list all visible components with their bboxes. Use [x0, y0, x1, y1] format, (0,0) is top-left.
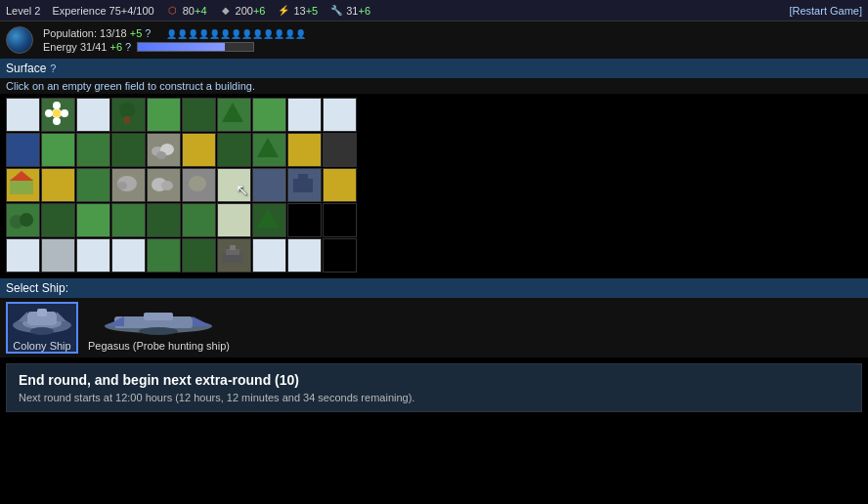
- grid-cell[interactable]: [252, 203, 286, 237]
- svg-point-11: [156, 151, 166, 159]
- svg-point-4: [61, 109, 68, 117]
- grid-cell[interactable]: [182, 133, 216, 167]
- energy-bar: [137, 42, 254, 52]
- grid-cell[interactable]: [76, 168, 110, 202]
- grid-cell[interactable]: [41, 98, 75, 132]
- grid-cell[interactable]: [76, 98, 110, 132]
- svg-rect-21: [298, 174, 308, 182]
- grid-cell[interactable]: [182, 203, 216, 237]
- stat-3: ⚡ 13+5: [277, 4, 318, 18]
- grid-cell[interactable]: [76, 133, 110, 167]
- energy-line: Energy 31/41 +6 ?: [43, 41, 306, 53]
- grid-cell[interactable]: [182, 238, 216, 273]
- svg-point-6: [119, 103, 135, 118]
- population-label: Population: 13/18: [43, 27, 127, 39]
- svg-rect-7: [124, 116, 130, 124]
- energy-bonus: +6: [110, 41, 123, 53]
- svg-marker-12: [257, 138, 279, 157]
- grid-cell[interactable]: [323, 238, 357, 273]
- grid-cell[interactable]: [6, 98, 40, 132]
- mineral-icon: ⬡: [166, 4, 180, 18]
- grid-cell[interactable]: [76, 238, 110, 273]
- grid-cell[interactable]: [111, 133, 146, 167]
- planet-stats: Population: 13/18 +5 ? 👤👤👤👤👤👤👤👤👤👤👤👤👤 Ene…: [43, 27, 306, 53]
- grid-cell[interactable]: [41, 203, 75, 237]
- grid-cell[interactable]: [41, 133, 75, 167]
- grid-cell[interactable]: [217, 168, 251, 202]
- grid-area: [0, 94, 868, 276]
- grid-cell[interactable]: [147, 98, 181, 132]
- grid-cell[interactable]: [287, 238, 322, 273]
- grid-cell[interactable]: [323, 98, 357, 132]
- end-round-subtitle: Next round starts at 12:00 hours (12 hou…: [19, 392, 849, 403]
- grid-cell[interactable]: [287, 168, 322, 202]
- svg-marker-37: [193, 316, 212, 326]
- grid-row-2: [6, 133, 862, 167]
- svg-point-2: [53, 117, 61, 125]
- grid-cell[interactable]: [76, 203, 110, 237]
- experience-value: 75+4/100: [109, 5, 154, 17]
- grid-cell[interactable]: [287, 203, 322, 237]
- pegasus-ship-item[interactable]: Pegasus (Probe hunting ship): [86, 307, 232, 354]
- grid-cell[interactable]: [6, 203, 40, 237]
- planet-icon: [6, 26, 33, 54]
- grid-cell[interactable]: [217, 238, 251, 273]
- stat-2: ◆ 200+6: [219, 4, 266, 18]
- select-ship-bar: Select Ship:: [0, 278, 868, 298]
- grid-cell[interactable]: [111, 168, 146, 202]
- svg-point-3: [45, 109, 53, 117]
- stat-1: ⬡ 80+4: [166, 4, 207, 18]
- grid-cell[interactable]: [252, 168, 286, 202]
- grid-cell[interactable]: [323, 168, 357, 202]
- surface-title: Surface: [6, 62, 46, 75]
- grid-cell[interactable]: [147, 203, 181, 237]
- grid-cell[interactable]: [217, 203, 251, 237]
- grid-cell[interactable]: [147, 133, 181, 167]
- stat-3-value: 13+5: [293, 5, 318, 17]
- grid-cell[interactable]: [6, 168, 40, 202]
- grid-cell[interactable]: [287, 98, 322, 132]
- svg-marker-14: [10, 171, 33, 181]
- grid-cell[interactable]: [6, 238, 40, 273]
- grid-cell[interactable]: [41, 168, 75, 202]
- grid-cell[interactable]: [323, 203, 357, 237]
- grid-cell[interactable]: [252, 98, 286, 132]
- grid-cell[interactable]: [147, 238, 181, 273]
- svg-point-23: [20, 213, 33, 227]
- energy-label: Energy 31/41 +6 ?: [43, 41, 131, 53]
- svg-point-5: [53, 109, 61, 117]
- grid-cell[interactable]: [217, 133, 251, 167]
- stat-2-value: 200+6: [236, 5, 266, 17]
- grid-cell[interactable]: [111, 238, 146, 273]
- grid-cell[interactable]: [252, 238, 286, 273]
- colony-ship-image: [8, 304, 76, 338]
- svg-rect-13: [10, 179, 33, 194]
- end-round-section[interactable]: End round, and begin next extra-round (1…: [6, 363, 862, 412]
- grid-cell[interactable]: [111, 203, 146, 237]
- grid-cell[interactable]: [182, 168, 216, 202]
- population-help[interactable]: ?: [145, 27, 151, 39]
- svg-rect-27: [230, 245, 236, 250]
- colony-ship-item[interactable]: Colony Ship: [6, 302, 78, 354]
- level-label: Level 2: [6, 5, 40, 17]
- svg-point-16: [117, 182, 127, 189]
- grid-cell[interactable]: [323, 133, 357, 167]
- grid-cell[interactable]: [182, 98, 216, 132]
- top-bar: Level 2 Experience 75+4/100 ⬡ 80+4 ◆ 200…: [0, 0, 868, 21]
- grid-cell[interactable]: [41, 238, 75, 273]
- grid-cell[interactable]: [252, 133, 286, 167]
- grid-cell[interactable]: [287, 133, 322, 167]
- grid-cell[interactable]: [111, 98, 146, 132]
- grid-row-5: [6, 238, 862, 273]
- grid-cell[interactable]: [147, 168, 181, 202]
- grid-cell[interactable]: [6, 133, 40, 167]
- energy-help[interactable]: ?: [125, 41, 131, 53]
- restart-link[interactable]: [Restart Game]: [789, 5, 862, 17]
- surface-help[interactable]: ?: [50, 63, 56, 74]
- svg-point-1: [53, 102, 61, 109]
- end-round-title: End round, and begin next extra-round (1…: [19, 372, 849, 388]
- grid-cell[interactable]: [217, 98, 251, 132]
- svg-marker-38: [105, 316, 124, 326]
- surface-header: Surface ?: [0, 59, 868, 78]
- grid-row-3: [6, 168, 862, 202]
